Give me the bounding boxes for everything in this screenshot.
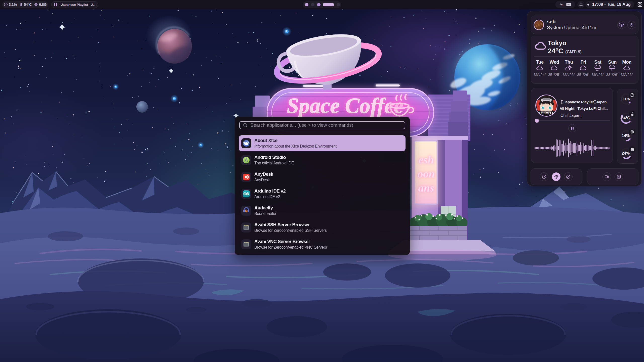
svg-text:C: C bbox=[562, 4, 564, 7]
svg-text:esh: esh bbox=[418, 154, 434, 166]
svg-text:oon: oon bbox=[418, 168, 435, 180]
svg-text:54°C: 54°C bbox=[621, 116, 630, 120]
svg-text:14%: 14% bbox=[622, 133, 630, 138]
svg-text:3.1%: 3.1% bbox=[622, 97, 630, 101]
svg-text:Space Coffee: Space Coffee bbox=[287, 94, 404, 118]
svg-text:ans: ans bbox=[418, 182, 434, 194]
svg-text:24%: 24% bbox=[622, 151, 630, 155]
